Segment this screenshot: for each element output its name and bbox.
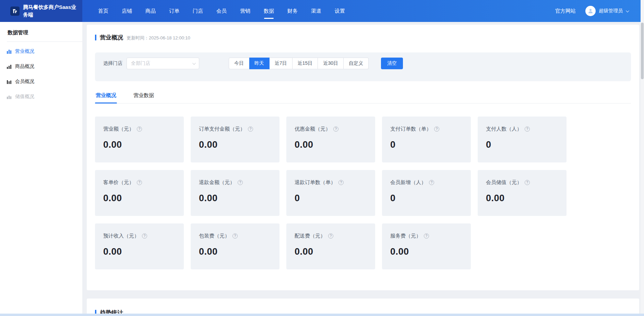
stat-label: 会员新增（人） — [390, 179, 426, 186]
stat-value: 0 — [486, 139, 558, 150]
nav-item-marketing[interactable]: 营销 — [240, 0, 250, 22]
tab-business-data[interactable]: 营业数据 — [133, 91, 155, 103]
tab-business-overview[interactable]: 营业概况 — [95, 91, 117, 103]
stat-card-service-fee: 服务费（元）? 0.00 — [382, 223, 471, 269]
stat-label: 会员储值（元） — [486, 179, 522, 186]
stat-card-expected-income: 预计收入（元）? 0.00 — [95, 223, 184, 269]
stat-value: 0.00 — [103, 139, 176, 150]
stat-card-avg-order-value: 客单价（元）? 0.00 — [95, 170, 184, 216]
range-custom-button[interactable]: 自定义 — [344, 58, 369, 69]
stat-value: 0 — [390, 139, 463, 150]
bar-chart-icon — [7, 79, 12, 84]
stat-card-new-members: 会员新增（人）? 0 — [382, 170, 471, 216]
stat-card-discount-amount: 优惠金额（元）? 0.00 — [286, 117, 375, 162]
stat-card-revenue: 营业额（元）? 0.00 — [95, 117, 184, 162]
stat-card-paying-users: 支付人数（人）? 0 — [478, 117, 567, 162]
update-time: 更新时间：2025-06-18 12:00:10 — [127, 35, 190, 41]
sidebar-title: 数据管理 — [7, 29, 82, 41]
sidebar-item-goods-overview[interactable]: 商品概况 — [7, 59, 82, 74]
store-select[interactable]: 全部门店 — [127, 58, 199, 69]
stat-value: 0.00 — [199, 193, 271, 204]
help-icon[interactable]: ? — [238, 180, 243, 185]
stat-label: 退款订单数（单） — [295, 179, 336, 186]
help-icon[interactable]: ? — [434, 126, 439, 132]
stat-card-packaging-fee: 包装费（元）? 0.00 — [191, 223, 279, 269]
update-time-label: 更新时间： — [127, 35, 149, 40]
nav-item-channel[interactable]: 渠道 — [311, 0, 321, 22]
topbar-right: 官方网站 超级管理员 — [555, 6, 644, 16]
stats-grid: 营业额（元）? 0.00 订单支付金额（元）? 0.00 优惠金额（元）? 0.… — [95, 117, 631, 269]
chevron-down-icon — [626, 9, 629, 12]
bar-chart-icon — [7, 49, 12, 54]
stat-card-refund-amount: 退款金额（元）? 0.00 — [191, 170, 279, 216]
sidebar-item-label: 营业概况 — [15, 48, 34, 54]
nav-item-goods[interactable]: 商品 — [145, 0, 156, 22]
update-time-value: 2025-06-18 12:00:10 — [149, 35, 190, 40]
store-select-label: 选择门店 — [103, 60, 122, 66]
stat-value: 0 — [295, 193, 367, 204]
overview-tabs: 营业概况 营业数据 — [95, 91, 631, 104]
help-icon[interactable]: ? — [142, 233, 147, 239]
stat-value: 0.00 — [199, 246, 271, 257]
stat-value: 0.00 — [486, 193, 558, 204]
sidebar-item-stored-value-overview[interactable]: 储值概况 — [7, 89, 82, 104]
range-yesterday-button[interactable]: 昨天 — [249, 58, 270, 69]
stat-value: 0.00 — [295, 246, 367, 257]
help-icon[interactable]: ? — [137, 180, 142, 185]
top-navigation: 首页 店铺 商品 订单 门店 会员 营销 数据 财务 渠道 设置 — [98, 0, 345, 22]
nav-item-data[interactable]: 数据 — [264, 0, 274, 22]
help-icon[interactable]: ? — [429, 180, 434, 185]
sidebar-item-member-overview[interactable]: 会员概况 — [7, 74, 82, 89]
vertical-scrollbar-thumb[interactable] — [641, 23, 644, 79]
clear-button[interactable]: 清空 — [381, 58, 403, 69]
stat-value: 0 — [390, 193, 463, 204]
sidebar-item-business-overview[interactable]: 营业概况 — [7, 44, 82, 59]
range-30days-button[interactable]: 近30日 — [318, 58, 344, 69]
brand-title: 腾马餐饮多商户Saas业务端 — [23, 3, 79, 19]
stat-label: 支付人数（人） — [486, 126, 522, 132]
help-icon[interactable]: ? — [328, 233, 333, 239]
stat-label: 优惠金额（元） — [295, 126, 331, 132]
help-icon[interactable]: ? — [248, 126, 253, 132]
help-icon[interactable]: ? — [137, 126, 142, 132]
nav-item-shop[interactable]: 店铺 — [122, 0, 132, 22]
help-icon[interactable]: ? — [333, 126, 338, 132]
section-header: 营业概况 更新时间：2025-06-18 12:00:10 — [95, 34, 631, 41]
sidebar: 数据管理 营业概况 商品概况 会员概况 储值概况 — [0, 22, 82, 314]
stat-label: 营业额（元） — [103, 126, 134, 132]
help-icon[interactable]: ? — [424, 233, 429, 239]
range-today-button[interactable]: 今日 — [229, 58, 249, 69]
vertical-scrollbar[interactable] — [641, 0, 644, 314]
stat-value: 0.00 — [103, 193, 176, 204]
user-menu[interactable]: 超级管理员 — [585, 6, 628, 16]
store-select-placeholder: 全部门店 — [131, 60, 150, 66]
brand-logo-icon — [10, 7, 20, 16]
sidebar-item-label: 储值概况 — [15, 94, 34, 100]
user-name: 超级管理员 — [599, 8, 623, 14]
help-icon[interactable]: ? — [525, 126, 530, 132]
nav-item-settings[interactable]: 设置 — [335, 0, 345, 22]
sidebar-item-label: 商品概况 — [15, 63, 34, 70]
help-icon[interactable]: ? — [525, 180, 530, 185]
stat-value: 0.00 — [390, 246, 463, 257]
sidebar-menu: 营业概况 商品概况 会员概况 储值概况 — [7, 42, 82, 104]
stat-card-delivery-fee: 配送费（元）? 0.00 — [286, 223, 375, 269]
help-icon[interactable]: ? — [232, 233, 238, 239]
user-avatar-icon — [585, 6, 596, 16]
range-15days-button[interactable]: 近15日 — [293, 58, 318, 69]
nav-item-members[interactable]: 会员 — [216, 0, 227, 22]
nav-item-orders[interactable]: 订单 — [169, 0, 179, 22]
nav-item-home[interactable]: 首页 — [98, 0, 108, 22]
horizontal-scrollbar[interactable] — [0, 314, 644, 316]
help-icon[interactable]: ? — [338, 180, 344, 185]
stat-label: 退款金额（元） — [199, 179, 235, 186]
official-site-link[interactable]: 官方网站 — [555, 8, 576, 14]
stat-label: 客单价（元） — [103, 179, 134, 186]
sidebar-item-label: 会员概况 — [15, 78, 34, 85]
stat-value: 0.00 — [295, 139, 367, 150]
bar-chart-icon — [7, 94, 12, 99]
nav-item-stores[interactable]: 门店 — [193, 0, 203, 22]
bar-chart-icon — [7, 64, 12, 69]
range-7days-button[interactable]: 近7日 — [270, 58, 293, 69]
nav-item-finance[interactable]: 财务 — [287, 0, 298, 22]
